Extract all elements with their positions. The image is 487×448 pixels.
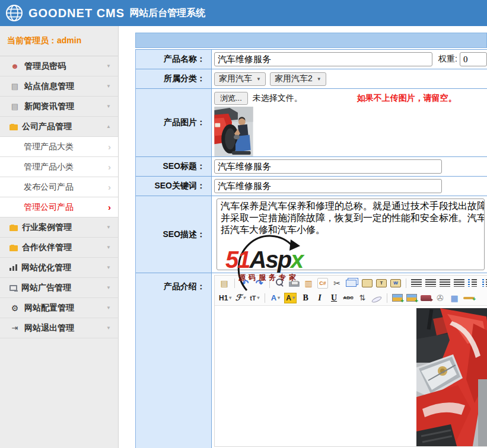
sidebar-item-管理公司产品[interactable]: 管理公司产品› (0, 197, 118, 217)
ordered-list-icon[interactable] (468, 279, 479, 287)
attachment-icon[interactable]: ✇ (435, 293, 445, 303)
folder-icon (9, 245, 18, 251)
globe-logo-icon (5, 4, 24, 23)
sidebar-item-label: 公司产品管理 (22, 121, 106, 132)
sidebar-item-管理产品小类[interactable]: 管理产品小类› (0, 157, 118, 177)
redo-icon[interactable]: ↷ (254, 278, 265, 289)
row-category: 所属分类： 家用汽车 ▼ 家用汽车2 ▼ (136, 69, 487, 89)
italic-icon[interactable]: I (314, 293, 325, 303)
sidebar-menu: ☻管理员密码▼▤站点信息管理▼▤新闻资讯管理▼公司产品管理▲管理产品大类›管理产… (0, 56, 118, 338)
folder-icon (9, 225, 18, 231)
category-label: 所属分类： (136, 69, 212, 88)
select-caret-icon: ▼ (317, 76, 322, 82)
font-icon[interactable]: ℱ (235, 293, 246, 303)
category-select-major[interactable]: 家用汽车 ▼ (214, 72, 266, 86)
preview-icon[interactable] (275, 278, 285, 289)
toolbar-separator (387, 293, 387, 303)
sidebar-item-网站配置管理[interactable]: ⚙网站配置管理▼ (0, 298, 118, 318)
row-seo-keywords: SEO关键词： (136, 177, 487, 196)
seo-title-input[interactable] (214, 159, 442, 174)
sidebar-item-label: 网站配置管理 (24, 303, 106, 313)
sidebar-item-label: 网站退出管理 (24, 323, 106, 334)
sidebar-item-新闻资讯管理[interactable]: ▤新闻资讯管理▼ (0, 97, 118, 117)
seo-description-textarea[interactable]: 汽车保养是汽车保养和修理的总称。就是通过技术手段找出故障原 并采取一定措施消除故… (217, 199, 485, 270)
row-product-name: 产品名称： 权重: (136, 50, 487, 69)
app-header: GOODNET CMS 网站后台管理系统 (0, 0, 487, 26)
underline-icon[interactable]: U (329, 293, 339, 303)
image-hint-text: 如果不上传图片，请留空。 (357, 93, 457, 104)
highlight-icon[interactable]: A (284, 293, 297, 303)
seo-description-label: SEO描述： (136, 196, 212, 273)
sidebar-item-管理产品大类[interactable]: 管理产品大类› (0, 137, 118, 157)
sidebar-item-label: 管理员密码 (24, 61, 106, 72)
undo-icon[interactable]: ↶ (240, 278, 250, 289)
browse-button[interactable]: 浏览... (214, 92, 248, 105)
line-spacing-icon[interactable]: ⇅ (357, 293, 368, 303)
sidebar-item-行业案例管理[interactable]: 行业案例管理▼ (0, 217, 118, 238)
toolbar-separator (406, 279, 406, 288)
product-form: 产品名称： 权重: 所属分类： 家用汽车 ▼ 家用汽车2 ▼ (135, 49, 487, 448)
sidebar: 当前管理员：admin ☻管理员密码▼▤站点信息管理▼▤新闻资讯管理▼公司产品管… (0, 26, 119, 448)
chevron-down-icon: ▼ (106, 305, 111, 311)
paste-icon[interactable] (362, 279, 373, 287)
source-icon[interactable]: ▤ (219, 278, 230, 289)
editor-content-area[interactable] (215, 305, 487, 446)
toolbar-separator (265, 293, 265, 303)
sidebar-item-label: 管理公司产品 (24, 202, 108, 213)
product-name-label: 产品名称： (136, 50, 212, 69)
sidebar-item-网站优化管理[interactable]: 网站优化管理▼ (0, 258, 118, 278)
sidebar-item-发布公司产品[interactable]: 发布公司产品› (0, 177, 118, 197)
sidebar-item-管理员密码[interactable]: ☻管理员密码▼ (0, 56, 118, 76)
justify-icon[interactable] (454, 279, 464, 287)
sidebar-item-合作伙伴管理[interactable]: 合作伙伴管理▼ (0, 238, 118, 258)
insert-images-icon[interactable] (406, 294, 417, 302)
font-size-icon[interactable]: tT (249, 293, 260, 303)
product-name-input[interactable] (214, 52, 432, 66)
sidebar-item-label: 站点信息管理 (24, 81, 106, 92)
remove-format-icon[interactable] (371, 295, 382, 303)
display-icon (9, 285, 17, 291)
unordered-list-icon[interactable] (482, 279, 487, 287)
sidebar-item-label: 管理产品大类 (24, 142, 108, 152)
heading-icon[interactable]: H1 (219, 293, 231, 303)
seo-keywords-input[interactable] (214, 179, 442, 193)
insert-table-icon[interactable]: ▦ (449, 293, 460, 303)
cms-admin-screen: GOODNET CMS 网站后台管理系统 当前管理员：admin ☻管理员密码▼… (0, 0, 487, 448)
sidebar-item-label: 行业案例管理 (22, 222, 106, 233)
weight-input[interactable] (460, 52, 487, 66)
doc-icon: ▤ (9, 102, 20, 111)
align-left-icon[interactable] (411, 279, 422, 287)
insert-video-icon[interactable] (421, 295, 431, 301)
sidebar-item-label: 管理产品小类 (24, 162, 108, 172)
chevron-down-icon: ▼ (106, 225, 111, 230)
paste-word-icon[interactable]: W (390, 279, 401, 287)
paste-text-icon[interactable]: T (376, 279, 387, 287)
insert-image-icon[interactable] (392, 294, 403, 302)
csharp-icon[interactable]: C# (317, 278, 328, 289)
templates-icon[interactable]: ▥ (303, 278, 314, 289)
align-center-icon[interactable] (425, 279, 436, 287)
sidebar-item-label: 发布公司产品 (24, 182, 108, 193)
chevron-down-icon: ▼ (106, 84, 111, 89)
rich-text-editor: ▤↶↷▥C#✂TW H1ℱtTAABIUABC⇅✇▦ (214, 275, 487, 447)
toolbar-separator (269, 279, 270, 288)
category-select-minor[interactable]: 家用汽车2 ▼ (270, 72, 326, 86)
align-right-icon[interactable] (440, 279, 450, 287)
strikethrough-icon[interactable]: ABC (343, 293, 354, 303)
sidebar-item-label: 网站优化管理 (21, 263, 106, 273)
sidebar-item-公司产品管理[interactable]: 公司产品管理▲ (0, 117, 118, 137)
toolbar-separator (234, 279, 235, 288)
chevron-down-icon: ▼ (106, 265, 111, 270)
horizontal-rule-icon[interactable] (463, 297, 474, 299)
copy-icon[interactable] (346, 280, 357, 287)
sidebar-item-网站广告管理[interactable]: 网站广告管理▼ (0, 278, 118, 298)
text-color-icon[interactable]: A (270, 293, 281, 303)
sidebar-item-站点信息管理[interactable]: ▤站点信息管理▼ (0, 76, 118, 97)
bold-icon[interactable]: B (300, 293, 311, 303)
editor-car-image (416, 308, 487, 446)
no-file-text: 未选择文件。 (253, 93, 303, 104)
cut-icon[interactable]: ✂ (332, 278, 342, 289)
print-icon[interactable] (289, 281, 300, 287)
sidebar-item-网站退出管理[interactable]: ⇥网站退出管理▼ (0, 318, 118, 338)
chevron-right-icon: › (108, 162, 111, 171)
